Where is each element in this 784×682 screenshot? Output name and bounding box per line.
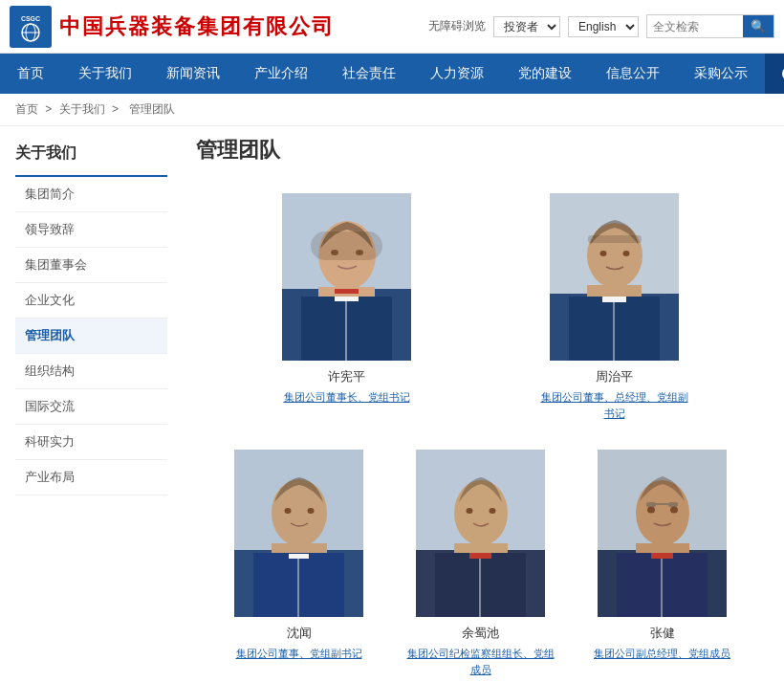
sidebar-item-intro[interactable]: 集团简介 (15, 177, 167, 212)
member-title-shenwen: 集团公司董事、党组副书记 (236, 646, 362, 662)
nav-responsibility[interactable]: 社会责任 (325, 54, 413, 94)
member-name-xuxianping: 许宪平 (328, 368, 365, 385)
svg-rect-35 (289, 554, 309, 559)
logo-area: CSGC 中国兵器装备集团有限公司 (10, 6, 428, 48)
svg-rect-46 (469, 553, 491, 559)
search-button[interactable]: 🔍 (743, 15, 773, 37)
member-title-zhangjian: 集团公司副总经理、党组成员 (594, 646, 730, 662)
nav-news[interactable]: 新闻资讯 (149, 54, 237, 94)
team-member-shenwen: 沈闻 集团公司董事、党组副书记 (223, 450, 376, 677)
svg-point-28 (623, 251, 630, 256)
main-layout: 关于我们 集团简介 领导致辞 集团董事会 企业文化 管理团队 组织结构 国际交流… (0, 126, 784, 682)
svg-point-50 (467, 508, 473, 514)
svg-rect-11 (335, 297, 359, 301)
breadcrumb: 首页 > 关于我们 > 管理团队 (0, 94, 784, 126)
member-name-shenwen: 沈闻 (287, 625, 312, 642)
nav-hr[interactable]: 人力资源 (413, 54, 501, 94)
header: CSGC 中国兵器装备集团有限公司 无障碍浏览 投资者 English 🔍 (0, 0, 784, 54)
sidebar-item-culture[interactable]: 企业文化 (15, 283, 167, 319)
member-name-zhouzhiping: 周治平 (596, 368, 633, 385)
nav-info[interactable]: 信息公开 (589, 54, 677, 94)
sidebar-item-board[interactable]: 集团董事会 (15, 248, 167, 283)
content-area: 管理团队 (177, 136, 784, 682)
breadcrumb-sep2: > (112, 102, 121, 116)
breadcrumb-home[interactable]: 首页 (15, 102, 38, 116)
team-row-2: 沈闻 集团公司董事、党组副书记 (196, 450, 765, 677)
sidebar-item-org[interactable]: 组织结构 (15, 354, 167, 389)
team-row-1: 许宪平 集团公司董事长、党组书记 (196, 193, 765, 421)
no-plugin-link[interactable]: 无障碍浏览 (428, 18, 486, 34)
svg-point-62 (670, 507, 678, 514)
sidebar: 关于我们 集团简介 领导致辞 集团董事会 企业文化 管理团队 组织结构 国际交流… (0, 136, 177, 682)
sidebar-item-industry[interactable]: 产业布局 (15, 460, 167, 495)
member-name-zhangjian: 张健 (650, 625, 675, 642)
member-name-yushuchi: 余蜀池 (462, 625, 499, 642)
team-member-zhouzhiping: 周治平 集团公司董事、总经理、党组副书记 (538, 193, 691, 421)
nav-home[interactable]: 首页 (0, 54, 61, 94)
svg-point-38 (273, 487, 325, 546)
investor-select[interactable]: 投资者 (493, 16, 560, 37)
svg-text:CSGC: CSGC (21, 15, 40, 22)
svg-rect-57 (651, 553, 673, 559)
member-title-zhouzhiping: 集团公司董事、总经理、党组副书记 (538, 389, 691, 421)
breadcrumb-sep1: > (45, 102, 54, 116)
search-box: 🔍 (646, 14, 774, 38)
nav-party[interactable]: 党的建设 (501, 54, 589, 94)
svg-point-39 (285, 508, 292, 514)
sidebar-item-exchange[interactable]: 国际交流 (15, 389, 167, 425)
breadcrumb-current: 管理团队 (129, 102, 175, 116)
svg-point-40 (308, 508, 315, 514)
nav-sites-group[interactable]: 兵装网站群 (765, 54, 784, 94)
team-member-zhangjian: 张健 集团公司副总经理、党组成员 (586, 450, 739, 677)
logo-text: 中国兵器装备集团有限公司 (59, 12, 335, 41)
main-nav: 首页 关于我们 新闻资讯 产业介绍 社会责任 人力资源 党的建设 信息公开 采购… (0, 54, 784, 94)
page-title: 管理团队 (196, 136, 765, 174)
svg-rect-29 (588, 235, 642, 243)
sidebar-item-research[interactable]: 科研实力 (15, 425, 167, 460)
nav-procurement[interactable]: 采购公示 (677, 54, 765, 94)
member-photo-shenwen (234, 450, 363, 617)
team-member-yushuchi: 余蜀池 集团公司纪检监察组组长、党组成员 (404, 450, 557, 677)
member-photo-xuxianping (282, 193, 411, 361)
member-photo-zhangjian (598, 450, 727, 617)
svg-rect-23 (602, 297, 626, 302)
breadcrumb-about[interactable]: 关于我们 (59, 102, 105, 116)
svg-point-61 (647, 507, 655, 514)
member-photo-yushuchi (416, 450, 545, 617)
member-title-xuxianping: 集团公司董事长、党组书记 (284, 389, 410, 406)
nav-industry[interactable]: 产业介绍 (237, 54, 325, 94)
team-section: 许宪平 集团公司董事长、党组书记 (196, 193, 765, 682)
member-title-yushuchi: 集团公司纪检监察组组长、党组成员 (404, 646, 557, 677)
sidebar-title: 关于我们 (15, 136, 167, 177)
search-input[interactable] (647, 17, 743, 36)
language-select[interactable]: English (568, 16, 639, 37)
svg-rect-63 (646, 502, 656, 507)
header-right: 无障碍浏览 投资者 English 🔍 (428, 14, 774, 38)
svg-rect-9 (335, 289, 359, 294)
nav-about[interactable]: 关于我们 (61, 54, 149, 94)
sidebar-item-speech[interactable]: 领导致辞 (15, 212, 167, 248)
sidebar-item-team[interactable]: 管理团队 (15, 319, 167, 354)
team-member-xuxianping: 许宪平 集团公司董事长、党组书记 (271, 193, 424, 421)
svg-point-60 (637, 488, 688, 545)
member-photo-zhouzhiping (550, 193, 679, 361)
svg-rect-64 (668, 502, 678, 507)
logo-icon: CSGC (10, 6, 52, 48)
svg-point-27 (600, 251, 607, 256)
svg-point-51 (490, 508, 496, 514)
